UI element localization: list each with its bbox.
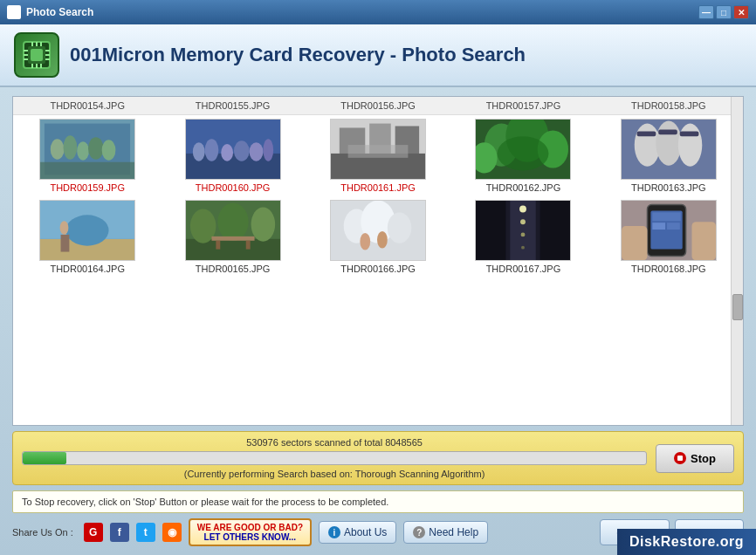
main-content: THDR00154.JPG THDR00155.JPG THDR00156.JP… bbox=[0, 87, 756, 555]
review-button[interactable]: WE ARE GOOD OR BAD? LET OTHERS KNOW... bbox=[189, 518, 312, 546]
svg-point-75 bbox=[519, 206, 526, 213]
photo-item[interactable]: THDR00166.JPG bbox=[309, 200, 447, 274]
photo-row-2: THDR00164.JPG bbox=[13, 196, 743, 278]
svg-point-77 bbox=[521, 232, 526, 236]
app-header: 001Micron Memory Card Recovery - Photo S… bbox=[0, 24, 756, 87]
close-button[interactable]: ✕ bbox=[733, 5, 749, 19]
svg-point-78 bbox=[521, 246, 525, 250]
progress-title: 530976 sectors scanned of total 8048565 bbox=[22, 437, 647, 448]
photo-label-163: THDR00163.JPG bbox=[631, 182, 706, 193]
about-label: About Us bbox=[344, 526, 387, 538]
svg-point-25 bbox=[192, 142, 204, 161]
photo-item[interactable]: THDR00162.JPG bbox=[454, 119, 592, 193]
svg-point-18 bbox=[64, 135, 78, 159]
scrollbar-thumb[interactable] bbox=[732, 294, 743, 320]
photo-label-166: THDR00166.JPG bbox=[340, 264, 416, 274]
header-col-5: THDR00158.JPG bbox=[600, 100, 738, 111]
progress-area: 530976 sectors scanned of total 8048565 … bbox=[12, 431, 744, 485]
svg-rect-50 bbox=[658, 129, 677, 134]
svg-point-20 bbox=[88, 137, 104, 160]
photo-item[interactable]: THDR00164.JPG bbox=[18, 200, 156, 274]
svg-point-55 bbox=[66, 215, 109, 245]
svg-rect-85 bbox=[652, 223, 665, 230]
svg-point-70 bbox=[388, 212, 411, 243]
photo-grid-header: THDR00154.JPG THDR00155.JPG THDR00156.JP… bbox=[13, 97, 743, 115]
share-label: Share Us On : bbox=[12, 527, 73, 538]
photo-thumb-163[interactable] bbox=[621, 119, 717, 180]
share-facebook-icon[interactable]: f bbox=[110, 523, 129, 542]
photo-label-161: THDR00161.JPG bbox=[340, 182, 416, 193]
svg-point-43 bbox=[498, 136, 549, 170]
progress-subtitle: (Currently performing Search based on: T… bbox=[22, 469, 647, 479]
photo-thumb-168[interactable] bbox=[621, 200, 717, 261]
title-bar-controls: — □ ✕ bbox=[698, 5, 749, 19]
share-google-icon[interactable]: G bbox=[84, 523, 103, 542]
photo-label-164: THDR00164.JPG bbox=[50, 264, 125, 274]
svg-point-17 bbox=[51, 139, 65, 160]
photo-item[interactable]: THDR00159.JPG bbox=[18, 119, 156, 193]
photo-item[interactable]: THDR00161.JPG bbox=[309, 119, 447, 193]
svg-rect-86 bbox=[667, 223, 680, 230]
header-col-2: THDR00155.JPG bbox=[163, 100, 301, 111]
photo-thumb-165[interactable] bbox=[185, 200, 281, 261]
photo-item[interactable]: THDR00168.JPG bbox=[600, 200, 738, 274]
svg-rect-88 bbox=[691, 222, 715, 260]
app-logo bbox=[14, 32, 59, 78]
progress-bar-bg bbox=[22, 451, 647, 465]
svg-rect-22 bbox=[40, 162, 134, 180]
photo-label-165: THDR00165.JPG bbox=[196, 264, 271, 274]
svg-point-19 bbox=[77, 141, 89, 161]
svg-point-62 bbox=[251, 207, 274, 241]
scrollbar-track[interactable] bbox=[731, 97, 743, 425]
title-bar-text: Photo Search bbox=[26, 6, 93, 18]
help-button[interactable]: ? Need Help bbox=[403, 521, 488, 544]
header-col-3: THDR00156.JPG bbox=[309, 100, 447, 111]
photo-row-1: THDR00159.JPG THDR00160.JPG bbox=[13, 115, 743, 196]
about-button[interactable]: i About Us bbox=[319, 521, 396, 544]
photo-item[interactable]: THDR00160.JPG bbox=[163, 119, 301, 193]
svg-point-72 bbox=[377, 231, 388, 249]
photo-panel: THDR00154.JPG THDR00155.JPG THDR00156.JP… bbox=[12, 96, 744, 426]
maximize-button[interactable]: □ bbox=[716, 5, 732, 19]
svg-point-29 bbox=[249, 142, 263, 161]
question-icon: ? bbox=[413, 526, 425, 538]
stop-button[interactable]: Stop bbox=[656, 444, 734, 473]
photo-label-162: THDR00162.JPG bbox=[486, 182, 561, 193]
photo-label-159: THDR00159.JPG bbox=[50, 182, 125, 193]
photo-thumb-159[interactable] bbox=[39, 119, 135, 180]
svg-point-26 bbox=[204, 139, 218, 161]
photo-label-168: THDR00168.JPG bbox=[631, 264, 706, 274]
svg-point-56 bbox=[60, 221, 69, 235]
svg-rect-80 bbox=[540, 201, 570, 261]
photo-thumb-160[interactable] bbox=[185, 119, 281, 180]
svg-point-47 bbox=[656, 121, 681, 166]
svg-point-21 bbox=[102, 140, 116, 161]
status-bar: To Stop recovery, click on 'Stop' Button… bbox=[12, 490, 744, 513]
status-text: To Stop recovery, click on 'Stop' Button… bbox=[22, 497, 388, 507]
title-bar-icon bbox=[7, 5, 21, 19]
share-twitter-icon[interactable]: t bbox=[136, 523, 155, 542]
svg-rect-14 bbox=[31, 49, 43, 61]
svg-rect-51 bbox=[680, 131, 699, 136]
photo-thumb-161[interactable] bbox=[330, 119, 426, 180]
photo-thumb-167[interactable] bbox=[475, 200, 571, 261]
svg-rect-49 bbox=[637, 131, 656, 136]
share-rss-icon[interactable]: ◉ bbox=[162, 523, 182, 542]
progress-bar-fill bbox=[23, 452, 66, 464]
photo-thumb-166[interactable] bbox=[330, 200, 426, 261]
header-col-4: THDR00157.JPG bbox=[454, 100, 592, 111]
stop-icon-inner bbox=[677, 456, 683, 461]
progress-info: 530976 sectors scanned of total 8048565 … bbox=[22, 437, 647, 479]
info-icon: i bbox=[328, 526, 340, 538]
photo-item[interactable]: THDR00163.JPG bbox=[600, 119, 738, 193]
minimize-button[interactable]: — bbox=[698, 5, 714, 19]
photo-thumb-162[interactable] bbox=[475, 119, 571, 180]
photo-thumb-164[interactable] bbox=[39, 200, 135, 261]
brand-text: DiskRestore.org bbox=[629, 534, 744, 549]
photo-item[interactable]: THDR00167.JPG bbox=[454, 200, 592, 274]
app-title: 001Micron Memory Card Recovery - Photo S… bbox=[70, 44, 526, 66]
svg-point-27 bbox=[221, 144, 233, 161]
photo-item[interactable]: THDR00165.JPG bbox=[163, 200, 301, 274]
svg-rect-37 bbox=[348, 145, 409, 158]
svg-rect-57 bbox=[61, 235, 70, 252]
